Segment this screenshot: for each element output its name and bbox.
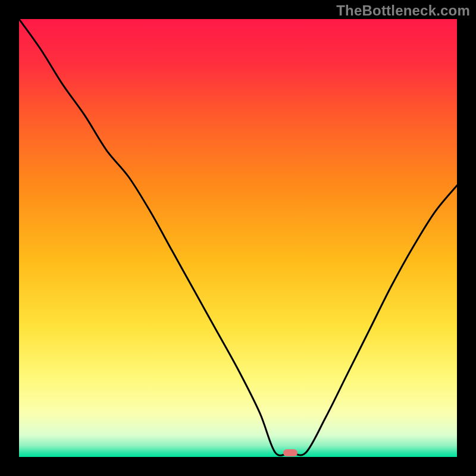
plot-area: [19, 19, 457, 457]
chart-frame: TheBottleneck.com: [0, 0, 476, 476]
watermark-text: TheBottleneck.com: [336, 2, 470, 19]
bottleneck-curve: [19, 19, 457, 457]
optimum-marker: [283, 449, 298, 456]
